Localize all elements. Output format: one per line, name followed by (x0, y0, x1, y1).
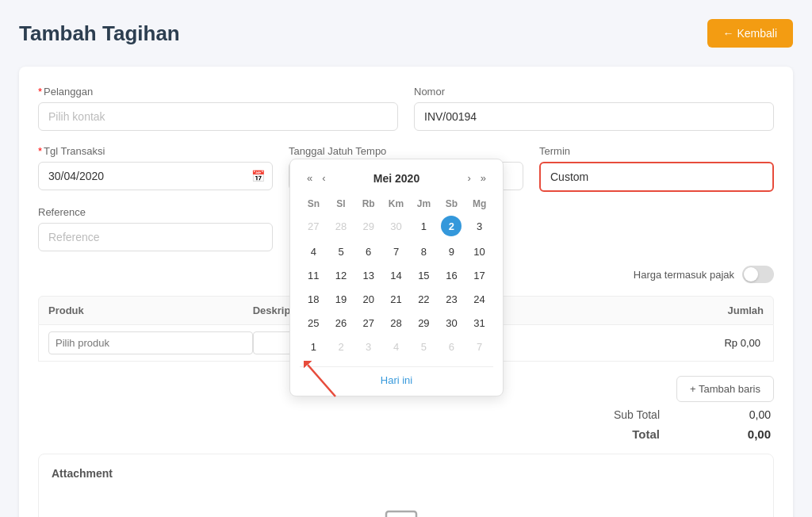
cal-day[interactable]: 27 (300, 213, 327, 239)
svg-rect-0 (386, 511, 416, 517)
nomor-group: Nomor (414, 86, 774, 131)
cal-day[interactable]: 1 (300, 335, 327, 358)
termin-group: Termin Custom (539, 145, 774, 192)
cal-day[interactable]: 5 (327, 239, 355, 263)
cal-day[interactable]: 22 (410, 287, 438, 311)
subtotal-label: Sub Total (596, 408, 660, 421)
cal-day-header-mg: Mg (465, 195, 493, 213)
tgl-transaksi-group: *Tgl Transaksi 📅 (38, 145, 273, 192)
cal-day[interactable]: 20 (354, 287, 382, 311)
total-value: 0,00 (707, 427, 771, 441)
cal-day[interactable]: 27 (354, 311, 382, 335)
subtotal-row: Sub Total 0,00 (596, 408, 771, 421)
cal-day[interactable]: 14 (382, 263, 410, 287)
cal-next-btn[interactable]: › (463, 170, 474, 186)
cal-day[interactable]: 21 (382, 287, 410, 311)
cal-day[interactable]: 3 (354, 335, 382, 358)
cal-day[interactable]: 13 (354, 263, 382, 287)
cal-day[interactable]: 15 (410, 263, 438, 287)
tanggal-jatuh-tempo-label: Tanggal Jatuh Tempo (289, 145, 523, 157)
cal-day[interactable]: 7 (382, 239, 410, 263)
cal-day[interactable]: 30 (382, 213, 410, 239)
pelanggan-input[interactable] (38, 102, 398, 131)
calendar-overlay: « ‹ Mei 2020 › » Sn Sl Rb Km Jm Sb Mg (289, 159, 504, 396)
cal-day-header-sl: Sl (327, 195, 355, 213)
cal-day[interactable]: 11 (300, 263, 327, 287)
tgl-transaksi-label: *Tgl Transaksi (38, 145, 273, 157)
termin-label: Termin (539, 145, 774, 157)
col-header-produk: Produk (48, 304, 253, 316)
nomor-label: Nomor (414, 86, 774, 98)
produk-input[interactable] (48, 331, 253, 354)
cal-day[interactable]: 10 (465, 239, 493, 263)
pelanggan-group: *Pelanggan (38, 86, 398, 131)
tax-label: Harga termasuk pajak (634, 269, 734, 281)
page-title: Tambah Tagihan (19, 21, 180, 46)
cal-day[interactable]: 7 (465, 335, 493, 358)
cal-prev-btn[interactable]: ‹ (318, 170, 329, 186)
cal-next-nav: › » (463, 170, 490, 186)
pelanggan-label: *Pelanggan (38, 86, 398, 98)
attachment-title: Attachment (52, 467, 760, 480)
cal-day[interactable]: 19 (327, 287, 355, 311)
cal-day[interactable]: 12 (327, 263, 355, 287)
cal-day[interactable]: 28 (327, 213, 355, 239)
attachment-icon-area[interactable] (52, 489, 760, 517)
cal-day[interactable]: 25 (300, 311, 327, 335)
cal-day[interactable]: 26 (327, 311, 355, 335)
cal-day[interactable]: 6 (438, 335, 465, 358)
cal-day[interactable]: 30 (438, 311, 465, 335)
cal-day[interactable]: 29 (410, 311, 438, 335)
reference-group: Reference (38, 206, 273, 251)
cal-day[interactable]: 29 (354, 213, 382, 239)
termin-select[interactable]: Custom (539, 162, 774, 192)
cal-prev-prev-btn[interactable]: « (303, 170, 316, 186)
cal-prev-nav: « ‹ (303, 170, 330, 186)
cal-next-next-btn[interactable]: » (477, 170, 490, 186)
cal-day[interactable]: 9 (438, 239, 465, 263)
cal-day[interactable]: 3 (465, 213, 493, 239)
reference-input[interactable] (38, 223, 273, 251)
total-row: Total 0,00 (596, 427, 771, 441)
cal-day[interactable]: 16 (438, 263, 465, 287)
calendar-grid: Sn Sl Rb Km Jm Sb Mg 2728293012345678910… (300, 195, 493, 358)
cal-day[interactable]: 24 (465, 287, 493, 311)
cal-day-header-rb: Rb (354, 195, 382, 213)
toggle-knob (744, 267, 758, 281)
cal-day[interactable]: 17 (465, 263, 493, 287)
nomor-input[interactable] (414, 102, 774, 131)
calendar-header: « ‹ Mei 2020 › » (300, 169, 493, 187)
cal-day-header-jm: Jm (410, 195, 438, 213)
cal-day[interactable]: 1 (410, 213, 438, 239)
cal-day[interactable]: 31 (465, 311, 493, 335)
upload-icon (382, 505, 430, 517)
total-label: Total (596, 427, 660, 441)
cal-day[interactable]: 4 (300, 239, 327, 263)
calendar-footer: Hari ini (300, 366, 493, 386)
cal-day[interactable]: 28 (382, 311, 410, 335)
add-row-button[interactable]: + Tambah baris (676, 376, 774, 402)
cal-day-header-km: Km (382, 195, 410, 213)
attachment-section: Attachment (38, 454, 774, 517)
cal-day-header-sb: Sb (438, 195, 465, 213)
subtotal-value: 0,00 (707, 408, 771, 421)
cal-day-header-sn: Sn (300, 195, 327, 213)
reference-label: Reference (38, 206, 273, 218)
cal-day[interactable]: 4 (382, 335, 410, 358)
col-header-jumlah: Jumlah (611, 304, 764, 316)
tgl-transaksi-input[interactable] (38, 162, 273, 190)
cal-day[interactable]: 23 (438, 287, 465, 311)
cal-day[interactable]: 6 (354, 239, 382, 263)
cal-day[interactable]: 2 (438, 213, 465, 239)
summary-section: Sub Total 0,00 Total 0,00 (38, 408, 774, 441)
today-button[interactable]: Hari ini (381, 374, 412, 386)
calendar-icon: 📅 (251, 170, 265, 182)
cal-day[interactable]: 8 (410, 239, 438, 263)
back-button[interactable]: ← Kembali (707, 19, 793, 48)
cal-day[interactable]: 2 (327, 335, 355, 358)
jumlah-value: Rp 0,00 (611, 337, 764, 349)
cal-month-year: Mei 2020 (373, 172, 419, 185)
cal-day[interactable]: 5 (410, 335, 438, 358)
cal-day[interactable]: 18 (300, 287, 327, 311)
tax-toggle[interactable] (742, 266, 774, 283)
